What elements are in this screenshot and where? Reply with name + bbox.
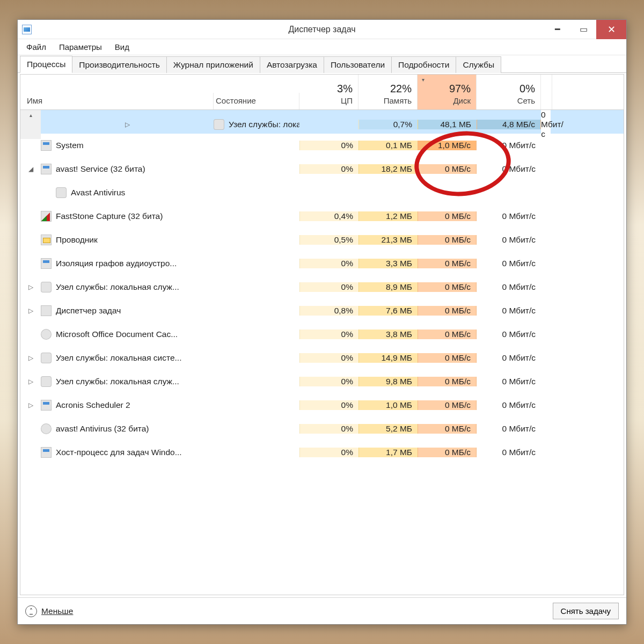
app-icon bbox=[41, 258, 52, 269]
memory-cell: 1,0 МБ bbox=[358, 400, 418, 410]
network-cell: 0 Мбит/с bbox=[477, 282, 541, 292]
tab-users[interactable]: Пользователи bbox=[324, 56, 392, 73]
table-row[interactable]: Microsoft Office Document Cac...0%3,8 МБ… bbox=[20, 323, 624, 346]
disk-cell: 0 МБ/с bbox=[418, 400, 477, 410]
process-name-cell: Узел службы: локальная систе... bbox=[41, 353, 214, 363]
tm-icon bbox=[41, 305, 52, 316]
table-row[interactable]: ▷Узел службы: локальная служ...0%9,8 МБ0… bbox=[20, 370, 624, 393]
column-name[interactable]: Имя bbox=[20, 93, 214, 109]
process-name: FastStone Capture (32 бита) bbox=[56, 211, 163, 221]
table-row[interactable]: ▷Узел службы: локальная служ...0%8,9 МБ0… bbox=[20, 275, 624, 299]
menu-bar: Файл Параметры Вид bbox=[18, 39, 626, 55]
column-status[interactable]: Состояние bbox=[214, 93, 299, 109]
column-cpu[interactable]: 3% ЦП bbox=[299, 75, 358, 109]
table-row[interactable]: ▷Acronis Scheduler 20%1,0 МБ0 МБ/с0 Мбит… bbox=[20, 393, 624, 417]
cpu-cell: 0,5% bbox=[299, 235, 358, 245]
gear-icon bbox=[41, 282, 52, 292]
table-row[interactable]: ▷Узел службы: локальная систе...0,7%48,1… bbox=[20, 110, 624, 134]
table-row[interactable]: FastStone Capture (32 бита)0,4%1,2 МБ0 М… bbox=[20, 204, 624, 228]
disk-label: Диск bbox=[423, 96, 471, 105]
tab-services[interactable]: Службы bbox=[456, 56, 501, 73]
table-row[interactable]: Изоляция графов аудиоустро...0%3,3 МБ0 М… bbox=[20, 252, 624, 275]
disk-cell: 4,8 МБ/с bbox=[477, 120, 541, 129]
fewer-details-button[interactable]: ˄ Меньше bbox=[25, 605, 73, 617]
gear-icon bbox=[41, 376, 52, 387]
table-row[interactable]: avast! Antivirus (32 бита)0%5,2 МБ0 МБ/с… bbox=[20, 417, 624, 441]
disk-cell: 0 МБ/с bbox=[418, 259, 477, 268]
tab-performance[interactable]: Производительность bbox=[72, 56, 166, 73]
column-disk[interactable]: ▾ 97% Диск bbox=[418, 75, 477, 109]
memory-cell: 8,9 МБ bbox=[358, 282, 418, 292]
memory-label: Память bbox=[364, 96, 412, 105]
table-row[interactable]: Хост-процесс для задач Windo...0%1,7 МБ0… bbox=[20, 441, 624, 464]
process-name-cell: Диспетчер задач bbox=[41, 305, 214, 316]
process-name: Хост-процесс для задач Windo... bbox=[56, 448, 182, 457]
column-network[interactable]: 0% Сеть bbox=[477, 75, 541, 109]
gear-icon bbox=[214, 119, 224, 130]
menu-file[interactable]: Файл bbox=[21, 40, 52, 54]
expand-toggle-icon[interactable]: ▷ bbox=[20, 378, 41, 385]
cpu-cell: 0% bbox=[299, 164, 358, 174]
scroll-up-icon[interactable]: ▴ bbox=[20, 112, 41, 118]
footer-bar: ˄ Меньше Снять задачу bbox=[18, 597, 626, 624]
scrollbar[interactable]: ▴ bbox=[20, 110, 41, 139]
table-row[interactable]: ▷Узел службы: локальная систе...0%14,9 М… bbox=[20, 346, 624, 370]
tab-startup[interactable]: Автозагрузка bbox=[260, 56, 324, 73]
network-cell: 0 Мбит/с bbox=[477, 235, 541, 245]
memory-cell: 5,2 МБ bbox=[358, 424, 418, 434]
process-name-cell: Узел службы: локальная систе... bbox=[214, 119, 299, 130]
memory-percent: 22% bbox=[364, 83, 412, 95]
cpu-cell: 0% bbox=[299, 424, 358, 434]
process-name-cell: FastStone Capture (32 бита) bbox=[41, 211, 214, 222]
process-name-cell: System bbox=[41, 140, 214, 151]
table-row[interactable]: Проводник0,5%21,3 МБ0 МБ/с0 Мбит/с bbox=[20, 228, 624, 252]
expand-toggle-icon[interactable]: ▷ bbox=[20, 401, 41, 409]
avast-icon bbox=[41, 423, 52, 434]
disk-cell: 0 МБ/с bbox=[418, 211, 477, 221]
expand-toggle-icon[interactable]: ▷ bbox=[20, 307, 41, 314]
expand-toggle-icon[interactable]: ▷ bbox=[20, 283, 41, 291]
expand-toggle-icon[interactable]: ▷ bbox=[41, 121, 214, 128]
scrollbar-header-spacer bbox=[541, 75, 552, 109]
table-row[interactable]: ◢avast! Service (32 бита)0%18,2 МБ0 МБ/с… bbox=[20, 157, 624, 181]
disk-cell: 0 МБ/с bbox=[418, 424, 477, 434]
memory-cell: 7,6 МБ bbox=[358, 306, 418, 316]
column-headers[interactable]: Имя Состояние 3% ЦП 22% Память ▾ 97% Дис… bbox=[20, 75, 624, 110]
end-task-button[interactable]: Снять задачу bbox=[553, 603, 619, 619]
memory-cell: 3,3 МБ bbox=[358, 259, 418, 268]
process-name-cell: avast! Service (32 бита) bbox=[41, 164, 214, 174]
app-icon bbox=[41, 400, 52, 411]
network-cell: 0 Мбит/с bbox=[477, 259, 541, 268]
expand-toggle-icon[interactable]: ▷ bbox=[20, 354, 41, 362]
menu-options[interactable]: Параметры bbox=[54, 40, 107, 54]
tab-processes[interactable]: Процессы bbox=[20, 56, 72, 73]
table-row[interactable]: System0%0,1 МБ1,0 МБ/с0 Мбит/с bbox=[20, 134, 624, 157]
process-name-cell: Узел службы: локальная служ... bbox=[41, 376, 214, 387]
process-name-cell: avast! Antivirus (32 бита) bbox=[41, 423, 214, 434]
explorer-icon bbox=[41, 235, 52, 245]
expand-toggle-icon[interactable]: ◢ bbox=[20, 165, 41, 173]
titlebar[interactable]: Диспетчер задач ━ ▭ ✕ bbox=[18, 20, 626, 39]
memory-cell: 48,1 МБ bbox=[418, 120, 477, 129]
menu-view[interactable]: Вид bbox=[109, 40, 135, 54]
process-name: Проводник bbox=[56, 235, 98, 245]
column-memory[interactable]: 22% Память bbox=[358, 75, 418, 109]
network-cell: 0 Мбит/с bbox=[477, 448, 541, 457]
table-row[interactable]: ▷Диспетчер задач0,8%7,6 МБ0 МБ/с0 Мбит/с bbox=[20, 299, 624, 323]
table-row[interactable]: Avast Antivirus bbox=[20, 181, 624, 204]
fs-icon bbox=[41, 211, 52, 222]
gear-icon bbox=[56, 187, 67, 198]
process-table: Имя Состояние 3% ЦП 22% Память ▾ 97% Дис… bbox=[20, 74, 624, 595]
task-manager-window: Диспетчер задач ━ ▭ ✕ Файл Параметры Вид… bbox=[17, 19, 627, 625]
process-name-cell: Acronis Scheduler 2 bbox=[41, 400, 214, 411]
network-cell: 0 Мбит/с bbox=[477, 164, 541, 174]
disk-cell: 0 МБ/с bbox=[418, 330, 477, 339]
network-cell: 0 Мбит/с bbox=[477, 377, 541, 386]
process-name: Узел службы: локальная систе... bbox=[229, 120, 299, 129]
disk-cell: 0 МБ/с bbox=[418, 164, 477, 174]
process-name-cell: Avast Antivirus bbox=[41, 187, 214, 198]
tab-app-history[interactable]: Журнал приложений bbox=[166, 56, 260, 73]
process-name: Microsoft Office Document Cac... bbox=[56, 330, 178, 339]
tab-details[interactable]: Подробности bbox=[391, 56, 456, 73]
network-cell: 0 Мбит/с bbox=[541, 110, 551, 139]
